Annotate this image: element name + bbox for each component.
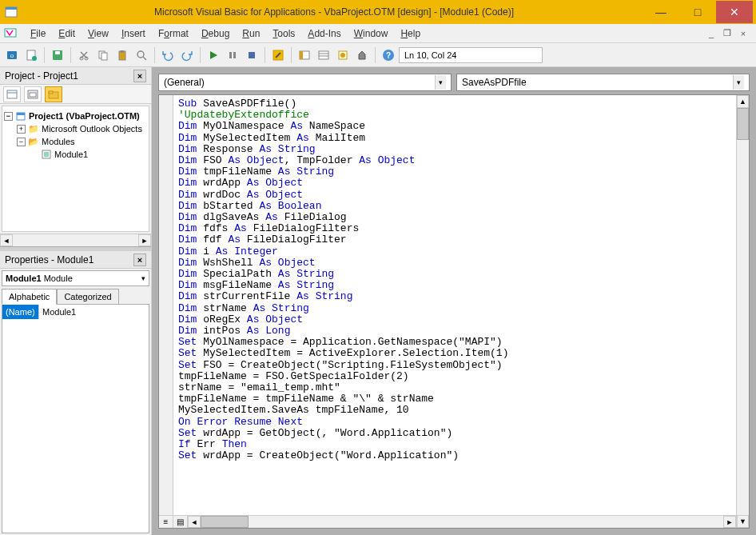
svg-rect-30 [7,90,17,98]
tree-project-root[interactable]: − Project1 (VbaProject.OTM) [4,110,147,122]
menu-edit[interactable]: Edit [52,26,82,42]
collapse-icon[interactable]: − [4,112,13,121]
svg-rect-14 [121,50,124,53]
view-code-icon[interactable] [3,86,21,102]
cut-icon[interactable] [75,46,93,64]
maximize-button[interactable]: □ [679,1,716,23]
paste-icon[interactable] [113,46,131,64]
window-title: Microsoft Visual Basic for Applications … [26,6,643,18]
object-dropdown[interactable]: (General) ▾ [158,74,452,91]
properties-panel: Properties - Module1 × Module1 Module ▾ … [0,251,151,535]
cursor-position-field: Ln 10, Col 24 [399,47,543,63]
properties-panel-title: Properties - Module1 [5,254,94,266]
project-explorer-icon[interactable] [296,46,313,64]
properties-grid[interactable]: (Name) Module1 [2,304,149,533]
svg-point-27 [340,53,345,58]
procedure-dropdown[interactable]: SaveAsPDFfile ▾ [456,74,750,91]
svg-rect-23 [319,51,328,59]
scroll-left-icon[interactable]: ◄ [0,234,13,246]
menu-window[interactable]: Window [348,26,395,42]
menu-help[interactable]: Help [394,26,427,42]
folder-icon: 📁 [28,123,39,134]
code-v-scrollbar[interactable]: ▲ ▼ [736,95,749,528]
toolbox-icon[interactable] [353,46,371,64]
project-icon [15,110,26,122]
expand-icon[interactable]: + [17,125,26,134]
scroll-left-icon[interactable]: ◄ [188,516,201,528]
code-margin[interactable] [159,95,173,528]
close-button[interactable]: ✕ [716,1,753,23]
copy-icon[interactable] [94,46,112,64]
view-outlook-icon[interactable]: o [3,46,21,64]
menu-bar: File Edit View Insert Format Debug Run T… [0,24,756,43]
scroll-thumb[interactable] [737,108,749,140]
run-icon[interactable] [205,46,222,64]
svg-rect-19 [249,52,255,58]
toggle-folders-icon[interactable] [45,86,62,102]
svg-rect-17 [229,52,232,58]
menu-file[interactable]: File [24,26,52,42]
full-module-view-icon[interactable]: ▤ [173,516,188,528]
svg-point-6 [32,56,37,61]
chevron-down-icon: ▾ [141,274,145,282]
properties-window-icon[interactable] [315,46,332,64]
tree-modules-folder[interactable]: − 📂 Modules [4,135,147,148]
menu-insert[interactable]: Insert [115,26,152,42]
design-mode-icon[interactable] [269,46,287,64]
menu-format[interactable]: Format [152,26,195,42]
scroll-right-icon[interactable]: ► [723,516,736,528]
scroll-down-icon[interactable]: ▼ [737,515,749,528]
undo-icon[interactable] [159,46,177,64]
mdi-restore-button[interactable]: ❐ [721,28,734,39]
vba-icon [3,26,19,42]
procedure-view-icon[interactable]: ≡ [159,516,173,528]
svg-rect-33 [30,93,36,97]
code-editor[interactable]: Sub SaveAsPDFfile() 'UpdatebyExtendoffic… [173,95,736,528]
collapse-icon[interactable]: − [17,138,26,146]
scroll-right-icon[interactable]: ► [138,234,151,246]
tab-alphabetic[interactable]: Alphabetic [2,289,57,305]
scroll-up-icon[interactable]: ▲ [737,95,749,108]
view-object-icon[interactable] [24,86,42,102]
menu-view[interactable]: View [82,26,115,42]
svg-line-16 [143,57,146,60]
svg-rect-8 [55,51,60,54]
save-icon[interactable] [49,46,66,64]
help-icon[interactable]: ? [380,46,397,64]
menu-debug[interactable]: Debug [195,26,236,42]
tree-outlook-objects[interactable]: + 📁 Microsoft Outlook Objects [4,122,147,135]
project-tree[interactable]: − Project1 (VbaProject.OTM) + 📁 Microsof… [2,106,149,232]
mdi-minimize-button[interactable]: _ [705,28,718,39]
svg-rect-2 [5,29,16,37]
properties-object-combo[interactable]: Module1 Module ▾ [2,270,149,286]
mdi-close-button[interactable]: × [737,28,750,39]
find-icon[interactable] [133,46,150,64]
menu-tools[interactable]: Tools [266,26,301,42]
project-panel-close-icon[interactable]: × [133,70,146,82]
project-panel-title: Project - Project1 [5,70,78,82]
tab-categorized[interactable]: Categorized [57,289,118,305]
menu-run[interactable]: Run [236,26,266,42]
reset-icon[interactable] [243,46,261,64]
project-toolbar [0,85,151,104]
minimize-button[interactable]: — [643,1,679,23]
app-system-icon[interactable] [3,4,19,20]
h-scroll-thumb[interactable] [201,516,249,528]
toolbar: o ? Ln 10, Col 24 [0,43,756,67]
redo-icon[interactable] [178,46,196,64]
break-icon[interactable] [224,46,241,64]
svg-rect-1 [6,7,17,10]
svg-point-15 [137,51,144,58]
module-icon [41,149,52,160]
tree-module1[interactable]: Module1 [4,148,147,161]
chevron-down-icon: ▾ [733,75,744,90]
title-bar: Microsoft Visual Basic for Applications … [0,0,756,24]
svg-rect-35 [49,91,53,94]
project-h-scrollbar[interactable]: ◄ ► [0,234,151,246]
svg-rect-22 [300,51,303,59]
object-browser-icon[interactable] [334,46,352,64]
chevron-down-icon: ▾ [435,75,446,90]
insert-module-icon[interactable] [22,46,40,64]
menu-addins[interactable]: Add-Ins [301,26,347,42]
properties-panel-close-icon[interactable]: × [133,254,146,266]
